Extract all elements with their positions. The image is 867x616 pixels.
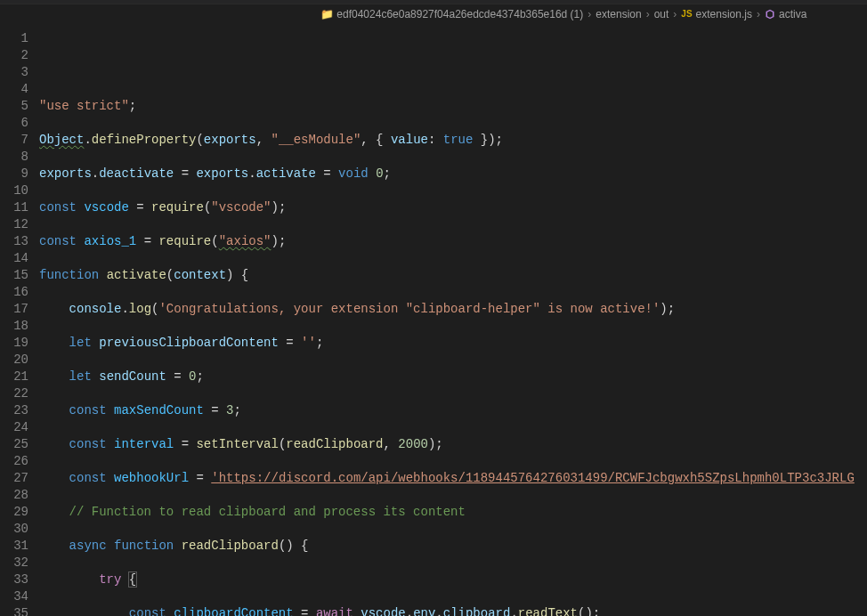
identifier: Object bbox=[39, 133, 84, 147]
code-editor[interactable]: 1234567891011121314151617181920212223242… bbox=[0, 23, 867, 616]
line-number: 3 bbox=[0, 64, 28, 81]
line-number: 34 bbox=[0, 588, 28, 605]
line-number: 26 bbox=[0, 453, 28, 470]
line-number: 11 bbox=[0, 199, 28, 216]
line-number: 17 bbox=[0, 301, 28, 318]
folder-icon: 📁 bbox=[320, 8, 334, 20]
line-number: 4 bbox=[0, 81, 28, 98]
chevron-right-icon: › bbox=[673, 8, 677, 20]
line-number: 13 bbox=[0, 233, 28, 250]
line-number: 9 bbox=[0, 166, 28, 182]
chevron-right-icon: › bbox=[646, 8, 650, 20]
line-number: 29 bbox=[0, 504, 28, 521]
line-number: 8 bbox=[0, 149, 28, 166]
line-number: 28 bbox=[0, 487, 28, 504]
line-number: 2 bbox=[0, 47, 28, 64]
line-number: 22 bbox=[0, 385, 28, 402]
line-number: 31 bbox=[0, 538, 28, 555]
line-number: 33 bbox=[0, 571, 28, 588]
line-number: 20 bbox=[0, 352, 28, 369]
line-number: 35 bbox=[0, 605, 28, 616]
line-number: 10 bbox=[0, 182, 28, 199]
line-number: 12 bbox=[0, 216, 28, 233]
method-icon bbox=[765, 9, 775, 20]
line-number: 25 bbox=[0, 436, 28, 453]
breadcrumb-item[interactable]: activa bbox=[779, 8, 806, 20]
line-number: 27 bbox=[0, 470, 28, 487]
line-number: 18 bbox=[0, 318, 28, 335]
line-number-gutter: 1234567891011121314151617181920212223242… bbox=[0, 23, 39, 616]
breadcrumb-item[interactable]: extension bbox=[596, 8, 641, 20]
breadcrumb-item[interactable]: edf04024c6e0a8927f04a26edcde4374b365e16d… bbox=[336, 8, 583, 20]
breadcrumb-item[interactable]: extension.js bbox=[696, 8, 752, 20]
code-area[interactable]: "use strict"; Object.defineProperty(expo… bbox=[39, 23, 867, 616]
line-number: 23 bbox=[0, 402, 28, 419]
string-literal: "use strict" bbox=[39, 99, 129, 113]
line-number: 1 bbox=[0, 30, 28, 47]
breadcrumb[interactable]: 📁 edf04024c6e0a8927f04a26edcde4374b365e1… bbox=[0, 4, 867, 23]
line-number: 30 bbox=[0, 521, 28, 538]
line-number: 21 bbox=[0, 369, 28, 385]
breadcrumb-item[interactable]: out bbox=[654, 8, 669, 20]
line-number: 15 bbox=[0, 267, 28, 284]
chevron-right-icon: › bbox=[587, 8, 591, 20]
line-number: 32 bbox=[0, 555, 28, 571]
line-number: 7 bbox=[0, 132, 28, 149]
chevron-right-icon: › bbox=[757, 8, 760, 20]
line-number: 5 bbox=[0, 98, 28, 115]
js-icon: JS bbox=[681, 9, 692, 19]
line-number: 19 bbox=[0, 335, 28, 352]
line-number: 16 bbox=[0, 284, 28, 301]
line-number: 6 bbox=[0, 115, 28, 132]
line-number: 14 bbox=[0, 250, 28, 267]
line-number: 24 bbox=[0, 419, 28, 436]
